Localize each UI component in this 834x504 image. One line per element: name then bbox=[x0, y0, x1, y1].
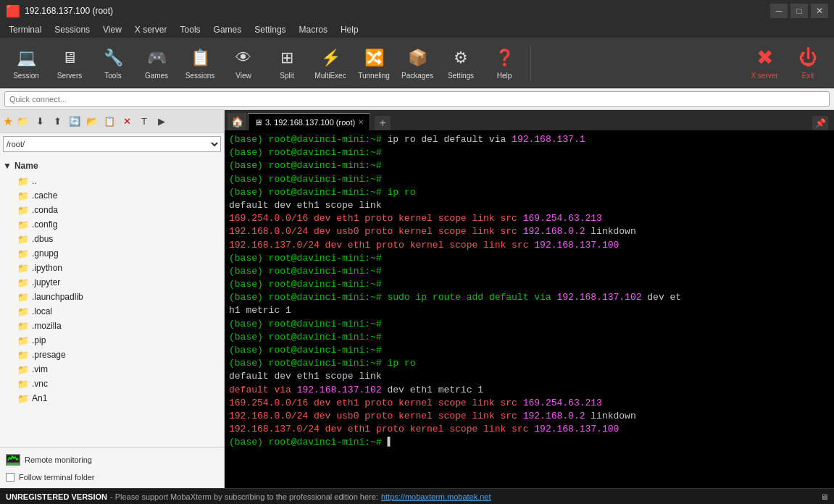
toolbar-servers[interactable]: 🖥 Servers bbox=[49, 41, 90, 85]
terminal-text: (base) root@davinci-mini:~# bbox=[229, 332, 382, 343]
terminal-text: (base) root@davinci-mini:~# bbox=[229, 253, 382, 264]
support-link[interactable]: https://mobaxterm.mobatek.net bbox=[381, 492, 491, 501]
terminal-line: (base) root@davinci-mini:~# bbox=[229, 331, 830, 344]
toolbar-multiexec[interactable]: ⚡ MultiExec bbox=[310, 41, 351, 85]
terminal-text: 192.168.137.102 bbox=[297, 385, 382, 395]
follow-terminal-item[interactable]: Follow terminal folder bbox=[6, 471, 218, 484]
toolbar-tunneling-label: Tunneling bbox=[358, 72, 390, 80]
quickconnect-input[interactable] bbox=[4, 91, 830, 107]
statusbar-monitor-icon: 🖥 bbox=[820, 492, 828, 501]
file-name: .local bbox=[32, 306, 52, 316]
toolbar-sessions-label: Sessions bbox=[185, 72, 215, 80]
toolbar-packages[interactable]: 📦 Packages bbox=[397, 41, 438, 85]
terminal-line: (base) root@davinci-mini:~# bbox=[229, 159, 830, 172]
view-icon: 👁 bbox=[232, 46, 255, 70]
remote-monitoring-item[interactable]: Remote monitoring bbox=[6, 452, 218, 468]
menu-help[interactable]: Help bbox=[335, 23, 364, 36]
close-button[interactable]: ✕ bbox=[811, 4, 828, 18]
sidebar-btn-8[interactable]: T bbox=[136, 114, 152, 130]
sidebar-btn-5[interactable]: 📂 bbox=[84, 114, 100, 130]
terminal-text: 192.168.0.2 bbox=[523, 411, 585, 421]
toolbar-settings[interactable]: ⚙ Settings bbox=[441, 41, 481, 85]
sidebar-btn-6[interactable]: 📋 bbox=[101, 114, 117, 130]
folder-icon: 📁 bbox=[17, 205, 29, 216]
settings-icon: ⚙ bbox=[449, 46, 472, 70]
terminal-line: 192.168.137.0/24 dev eth1 proto kernel s… bbox=[229, 423, 830, 436]
toolbar-exit-label: Exit bbox=[802, 72, 814, 80]
tree-item[interactable]: 📁.local bbox=[0, 304, 224, 319]
menu-xserver[interactable]: X server bbox=[129, 23, 173, 36]
tree-item[interactable]: 📁.config bbox=[0, 217, 224, 232]
folder-icon: 📁 bbox=[17, 219, 29, 230]
maximize-button[interactable]: □ bbox=[791, 4, 808, 18]
toolbar-split[interactable]: ⊞ Split bbox=[267, 41, 307, 85]
file-name: .presage bbox=[32, 350, 66, 360]
tree-item[interactable]: 📁.launchpadlib bbox=[0, 290, 224, 304]
tree-item[interactable]: 📁.presage bbox=[0, 348, 224, 362]
folder-icon: 📁 bbox=[17, 277, 29, 288]
toolbar-xserver[interactable]: ✖ X server bbox=[744, 41, 785, 85]
menu-macros[interactable]: Macros bbox=[293, 23, 333, 36]
sidebar-btn-2[interactable]: ⬇ bbox=[32, 114, 48, 130]
tab-close-button[interactable]: ✕ bbox=[358, 118, 364, 126]
tree-item[interactable]: 📁.. bbox=[0, 174, 224, 188]
tab-terminal-icon: 🖥 bbox=[254, 118, 262, 127]
terminal-text: (base) root@davinci-mini:~# sudo ip rout… bbox=[229, 292, 556, 303]
menu-terminal[interactable]: Terminal bbox=[3, 23, 47, 36]
sidebar-btn-1[interactable]: 📁 bbox=[14, 114, 30, 130]
tree-item[interactable]: 📁.mozilla bbox=[0, 319, 224, 333]
quickconnect-bar bbox=[0, 88, 834, 110]
toolbar-session[interactable]: 💻 Session bbox=[6, 41, 46, 85]
tree-item[interactable]: 📁.ipython bbox=[0, 261, 224, 275]
sidebar: ★ 📁 ⬇ ⬆ 🔄 📂 📋 ✕ T ▶ /root/ ▼ Name 📁..📁.c… bbox=[0, 110, 225, 488]
file-name: .config bbox=[32, 219, 57, 230]
statusbar: UNREGISTERED VERSION - Please support Mo… bbox=[0, 488, 834, 504]
terminal-text: 192.168.0.2 bbox=[523, 226, 585, 237]
sidebar-btn-9[interactable]: ▶ bbox=[154, 114, 170, 130]
file-name: .gnupg bbox=[32, 248, 59, 259]
terminal-line: (base) root@davinci-mini:~# ip ro bbox=[229, 357, 830, 370]
terminal-line: h1 metric 1 bbox=[229, 304, 830, 317]
tree-item[interactable]: 📁.pip bbox=[0, 333, 224, 348]
folder-icon: 📁 bbox=[17, 350, 29, 361]
follow-terminal-checkbox[interactable] bbox=[6, 473, 14, 482]
tree-item[interactable]: 📁.conda bbox=[0, 203, 224, 217]
sidebar-btn-3[interactable]: ⬆ bbox=[49, 114, 65, 130]
tree-item[interactable]: 📁.gnupg bbox=[0, 246, 224, 261]
toolbar-help[interactable]: ❓ Help bbox=[484, 41, 525, 85]
toolbar-view[interactable]: 👁 View bbox=[223, 41, 264, 85]
path-selector[interactable]: /root/ bbox=[3, 136, 221, 152]
sidebar-btn-7[interactable]: ✕ bbox=[119, 114, 135, 130]
terminal-line: (base) root@davinci-mini:~# bbox=[229, 146, 830, 159]
tree-item[interactable]: 📁.vim bbox=[0, 362, 224, 377]
terminal-text: default via bbox=[229, 385, 297, 395]
tree-item[interactable]: 📁.cache bbox=[0, 188, 224, 203]
terminal-line: (base) root@davinci-mini:~# bbox=[229, 265, 830, 278]
path-dropdown[interactable]: /root/ bbox=[3, 136, 221, 152]
menu-games[interactable]: Games bbox=[208, 23, 248, 36]
menu-settings[interactable]: Settings bbox=[249, 23, 291, 36]
toolbar-exit[interactable]: ⏻ Exit bbox=[788, 41, 828, 85]
file-name: .launchpadlib bbox=[32, 292, 83, 302]
tab-home-button[interactable]: 🏠 bbox=[228, 113, 246, 130]
toolbar-tools[interactable]: 🔧 Tools bbox=[93, 41, 133, 85]
toolbar-games[interactable]: 🎮 Games bbox=[136, 41, 177, 85]
menu-view[interactable]: View bbox=[97, 23, 128, 36]
menu-tools[interactable]: Tools bbox=[175, 23, 207, 36]
toolbar-tunneling[interactable]: 🔀 Tunneling bbox=[354, 41, 394, 85]
tab-active[interactable]: 🖥 3. 192.168.137.100 (root) ✕ bbox=[248, 113, 370, 130]
sidebar-btn-4[interactable]: 🔄 bbox=[67, 114, 83, 130]
toolbar-multiexec-label: MultiExec bbox=[314, 72, 346, 80]
toolbar-games-label: Games bbox=[145, 72, 168, 80]
tree-item[interactable]: 📁.dbus bbox=[0, 232, 224, 246]
minimize-button[interactable]: ─ bbox=[770, 4, 788, 18]
new-tab-button[interactable]: + bbox=[375, 116, 391, 130]
tree-item[interactable]: 📁.jupyter bbox=[0, 275, 224, 290]
toolbar-sessions[interactable]: 📋 Sessions bbox=[180, 41, 220, 85]
tree-item[interactable]: 📁.vnc bbox=[0, 377, 224, 391]
tree-item[interactable]: 📁An1 bbox=[0, 391, 224, 406]
terminal-line: (base) root@davinci-mini:~# ▌ bbox=[229, 436, 830, 449]
tab-pin-button[interactable]: 📌 bbox=[812, 116, 828, 130]
titlebar: 🟥 192.168.137.100 (root) ─ □ ✕ bbox=[0, 0, 834, 22]
menu-sessions[interactable]: Sessions bbox=[49, 23, 96, 36]
